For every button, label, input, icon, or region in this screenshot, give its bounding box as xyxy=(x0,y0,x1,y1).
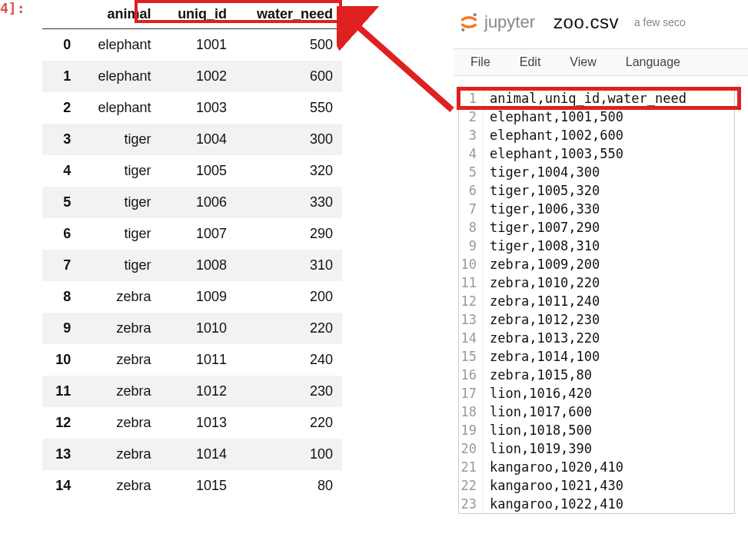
line-number: 22 xyxy=(459,476,484,495)
jupyter-logo-icon xyxy=(458,12,480,33)
editor-line[interactable]: 4elephant,1003,550 xyxy=(459,144,734,163)
jupyter-editor-panel: jupyter zoo.csv a few seco File Edit Vie… xyxy=(454,12,748,514)
cell-water_need: 80 xyxy=(236,470,342,502)
line-text[interactable]: kangaroo,1021,430 xyxy=(484,476,623,495)
menu-file[interactable]: File xyxy=(470,55,490,69)
cell-uniq_id: 1001 xyxy=(161,29,237,61)
line-number: 16 xyxy=(459,366,484,384)
line-number: 14 xyxy=(459,329,484,347)
editor-line[interactable]: 22kangaroo,1021,430 xyxy=(459,476,734,495)
line-number: 9 xyxy=(459,237,484,255)
cell-prompt: 4]: xyxy=(0,0,25,16)
line-text[interactable]: animal,uniq_id,water_need xyxy=(484,89,686,108)
line-number: 8 xyxy=(459,218,484,237)
menu-edit[interactable]: Edit xyxy=(520,55,541,69)
cell-animal: zebra xyxy=(80,407,160,439)
jupyter-filename[interactable]: zoo.csv xyxy=(554,12,619,33)
line-number: 1 xyxy=(459,89,484,108)
line-text[interactable]: tiger,1005,320 xyxy=(484,181,600,200)
editor-line[interactable]: 12zebra,1011,240 xyxy=(459,292,734,310)
editor-line[interactable]: 11zebra,1010,220 xyxy=(459,273,734,292)
editor-line[interactable]: 23kangaroo,1022,410 xyxy=(459,495,734,513)
editor-line[interactable]: 9tiger,1008,310 xyxy=(459,237,734,255)
editor-line[interactable]: 18lion,1017,600 xyxy=(459,403,734,421)
cell-water_need: 200 xyxy=(236,281,342,313)
cell-water_need: 220 xyxy=(236,313,342,344)
cell-uniq_id: 1004 xyxy=(161,124,237,155)
editor-line[interactable]: 3elephant,1002,600 xyxy=(459,126,734,144)
line-text[interactable]: tiger,1007,290 xyxy=(484,218,600,237)
text-editor[interactable]: 1animal,uniq_id,water_need2elephant,1001… xyxy=(458,88,735,514)
editor-line[interactable]: 14zebra,1013,220 xyxy=(459,329,734,347)
cell-water_need: 300 xyxy=(236,124,342,155)
line-number: 23 xyxy=(459,495,484,513)
cell-uniq_id: 1010 xyxy=(161,313,237,344)
editor-line[interactable]: 15zebra,1014,100 xyxy=(459,347,734,366)
jupyter-logo[interactable]: jupyter xyxy=(458,12,535,33)
line-text[interactable]: lion,1017,600 xyxy=(484,403,592,421)
line-number: 18 xyxy=(459,403,484,421)
editor-line[interactable]: 7tiger,1006,330 xyxy=(459,200,734,218)
line-text[interactable]: tiger,1006,330 xyxy=(484,200,600,218)
editor-line[interactable]: 16zebra,1015,80 xyxy=(459,366,734,384)
line-text[interactable]: kangaroo,1020,410 xyxy=(484,458,623,476)
cell-water_need: 290 xyxy=(236,218,342,250)
editor-line[interactable]: 13zebra,1012,230 xyxy=(459,310,734,329)
cell-water_need: 550 xyxy=(236,92,342,124)
line-text[interactable]: zebra,1014,100 xyxy=(484,347,600,366)
menu-language[interactable]: Language xyxy=(626,55,680,69)
line-text[interactable]: zebra,1012,230 xyxy=(484,310,600,329)
row-index: 3 xyxy=(42,124,80,155)
line-number: 20 xyxy=(459,439,484,458)
editor-line[interactable]: 10zebra,1009,200 xyxy=(459,255,734,273)
line-text[interactable]: zebra,1009,200 xyxy=(484,255,600,273)
line-number: 12 xyxy=(459,292,484,310)
line-text[interactable]: lion,1019,390 xyxy=(484,439,592,458)
line-text[interactable]: lion,1016,420 xyxy=(484,384,592,403)
cell-water_need: 310 xyxy=(236,250,342,281)
cell-animal: zebra xyxy=(80,281,160,313)
editor-line[interactable]: 2elephant,1001,500 xyxy=(459,108,734,126)
row-index: 0 xyxy=(42,29,80,61)
row-index: 8 xyxy=(42,281,80,313)
line-text[interactable]: elephant,1001,500 xyxy=(484,108,623,126)
line-number: 5 xyxy=(459,163,484,181)
line-text[interactable]: tiger,1004,300 xyxy=(484,163,600,181)
line-text[interactable]: zebra,1011,240 xyxy=(484,292,600,310)
cell-uniq_id: 1002 xyxy=(161,61,237,92)
line-text[interactable]: elephant,1002,600 xyxy=(484,126,623,144)
line-text[interactable]: tiger,1008,310 xyxy=(484,237,600,255)
line-text[interactable]: kangaroo,1022,410 xyxy=(484,495,623,513)
cell-uniq_id: 1003 xyxy=(161,92,237,124)
jupyter-header: jupyter zoo.csv a few seco xyxy=(454,12,748,33)
line-number: 11 xyxy=(459,273,484,292)
table-row: 7tiger1008310 xyxy=(42,250,342,281)
cell-uniq_id: 1012 xyxy=(161,376,237,407)
line-text[interactable]: zebra,1010,220 xyxy=(484,273,600,292)
cell-animal: tiger xyxy=(80,155,160,187)
editor-line[interactable]: 8tiger,1007,290 xyxy=(459,218,734,237)
cell-water_need: 320 xyxy=(236,155,342,187)
cell-water_need: 100 xyxy=(236,439,342,470)
editor-line[interactable]: 21kangaroo,1020,410 xyxy=(459,458,734,476)
editor-line[interactable]: 1animal,uniq_id,water_need xyxy=(459,89,734,108)
row-index: 2 xyxy=(42,92,80,124)
cell-uniq_id: 1008 xyxy=(161,250,237,281)
editor-line[interactable]: 20lion,1019,390 xyxy=(459,439,734,458)
cell-uniq_id: 1014 xyxy=(161,439,237,470)
line-text[interactable]: elephant,1003,550 xyxy=(484,144,623,163)
editor-line[interactable]: 19lion,1018,500 xyxy=(459,421,734,439)
editor-line[interactable]: 6tiger,1005,320 xyxy=(459,181,734,200)
editor-line[interactable]: 5tiger,1004,300 xyxy=(459,163,734,181)
table-row: 8zebra1009200 xyxy=(42,281,342,313)
row-index: 4 xyxy=(42,155,80,187)
line-text[interactable]: zebra,1013,220 xyxy=(484,329,600,347)
line-number: 6 xyxy=(459,181,484,200)
cell-water_need: 500 xyxy=(236,29,342,61)
menu-view[interactable]: View xyxy=(570,55,596,69)
editor-line[interactable]: 17lion,1016,420 xyxy=(459,384,734,403)
row-index: 14 xyxy=(42,470,80,502)
line-text[interactable]: zebra,1015,80 xyxy=(484,366,592,384)
line-text[interactable]: lion,1018,500 xyxy=(484,421,592,439)
cell-animal: elephant xyxy=(80,29,160,61)
